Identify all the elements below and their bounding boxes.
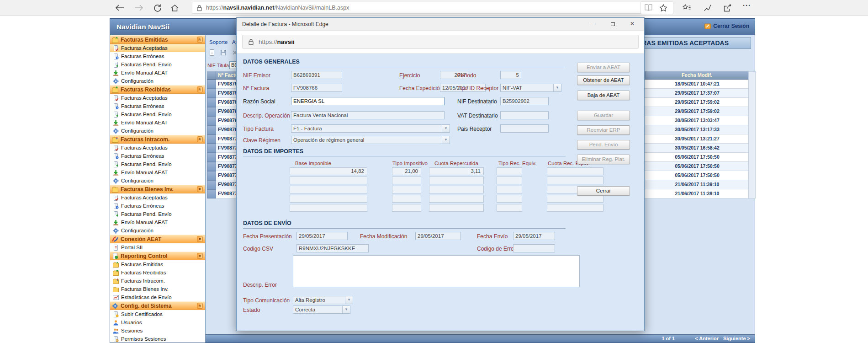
estado-select[interactable]: Correcta <box>293 305 350 314</box>
descrip-error-textarea[interactable] <box>293 255 580 287</box>
sidebar-item-portal-sii[interactable]: Portal SII <box>110 243 205 252</box>
importes-cell-r4-c3[interactable] <box>429 195 484 203</box>
collapse-chevron-icon[interactable]: « <box>197 86 203 92</box>
row-selector[interactable] <box>207 153 216 162</box>
pager-prev-button[interactable]: < Anterior <box>695 336 719 341</box>
row-selector[interactable] <box>207 134 216 144</box>
sidebar-item-facturas-emitidas[interactable]: Facturas Emitidas <box>110 260 205 268</box>
sidebar-item-facturas-bienes-inv[interactable]: Facturas Bienes Inv. <box>110 285 205 293</box>
sidebar-item-configuracion[interactable]: Configuración <box>110 226 205 235</box>
new-document-icon[interactable] <box>208 49 217 57</box>
importes-cell-r1-c1[interactable]: 14,82 <box>290 167 367 175</box>
sidebar-item-facturas-erroneas[interactable]: Facturas Erróneas <box>110 52 205 60</box>
row-selector[interactable] <box>207 171 216 180</box>
sidebar-group-conexion-aeat[interactable]: Conexión AEAT« <box>110 235 205 243</box>
grid-cell-fecha-modif[interactable]: 29/05/2017 17:37:07 <box>646 89 748 98</box>
favorite-star-icon[interactable] <box>659 4 667 12</box>
sidebar-group-facturas-recibidas[interactable]: Facturas Recibidas« <box>110 85 205 94</box>
collapse-chevron-icon[interactable]: « <box>197 253 203 259</box>
sidebar-item-envio-manual-aeat[interactable]: Envío Manual AEAT <box>110 118 205 127</box>
grid-cell-fecha-modif[interactable]: 18/05/2017 10:47:21 <box>646 80 748 89</box>
favorites-hub-icon[interactable] <box>683 4 691 11</box>
importes-cell-r3-c4[interactable] <box>497 186 522 193</box>
importes-cell-r2-c3[interactable] <box>429 177 484 184</box>
sidebar-item-envio-manual-aeat[interactable]: Envío Manual AEAT <box>110 218 205 226</box>
row-selector[interactable] <box>207 116 216 125</box>
num-factura-field[interactable]: FV908766 <box>291 84 342 92</box>
grid-cell-fecha-modif[interactable]: 05/06/2017 17:50:50 <box>646 171 748 180</box>
grid-cell-fecha-modif[interactable]: 21/06/2017 11:39:10 <box>646 189 748 198</box>
importes-cell-r5-c2[interactable] <box>392 204 421 212</box>
reenviar-erp-button[interactable]: Reenviar ERP <box>577 125 630 135</box>
importes-cell-r1-c4[interactable] <box>497 167 522 175</box>
close-icon[interactable]: × <box>625 18 640 31</box>
pager-next-button[interactable]: Siguiente > <box>723 336 750 341</box>
forward-icon[interactable] <box>132 3 145 12</box>
share-icon[interactable] <box>724 4 732 12</box>
sidebar-group-facturas-emitidas[interactable]: Facturas Emitidas« <box>110 35 205 44</box>
sidebar-item-facturas-aceptadas[interactable]: Facturas Aceptadas <box>110 144 205 152</box>
grid-cell-fecha-modif[interactable]: 05/06/2017 17:50:50 <box>646 162 748 171</box>
sidebar-item-facturas-intracom[interactable]: Facturas Intracom. <box>110 277 205 285</box>
importes-cell-r4-c4[interactable] <box>497 195 522 203</box>
collapse-chevron-icon[interactable]: « <box>197 37 203 43</box>
sidebar-item-envio-manual-aeat[interactable]: Envío Manual AEAT <box>110 168 205 177</box>
cerrar-button[interactable]: Cerrar <box>577 186 630 196</box>
sidebar-item-envio-manual-aeat[interactable]: Envío Manual AEAT <box>110 69 205 77</box>
save-icon[interactable] <box>220 49 229 57</box>
sidebar-group-facturas-intracom[interactable]: Facturas Intracom.« <box>110 135 205 144</box>
fecha-modificacion-field[interactable]: 29/05/2017 <box>415 232 461 240</box>
row-selector[interactable] <box>207 162 216 171</box>
importes-cell-r2-c1[interactable] <box>290 177 367 184</box>
sidebar-group-reporting-control[interactable]: Reporting Control« <box>110 252 205 260</box>
dialog-titlebar[interactable]: Detalle de Factura - Microsoft Edge – × <box>237 18 644 31</box>
sidebar-item-facturas-aceptadas[interactable]: Facturas Aceptadas <box>110 94 205 102</box>
logout-button[interactable]: Cerrar Sesión <box>704 23 749 29</box>
enviar-a-aeat-button[interactable]: Enviar a AEAT <box>577 63 630 72</box>
collapse-chevron-icon[interactable]: « <box>197 186 203 192</box>
codigo-csv-field[interactable]: R9NMXU2NJFGKSKKE <box>296 244 369 252</box>
grid-cell-fecha-modif[interactable]: 29/05/2017 17:59:02 <box>646 98 748 107</box>
pend-envio-button[interactable]: Pend. Envío <box>577 140 630 150</box>
grid-cell-fecha-modif[interactable]: 21/06/2017 11:39:10 <box>646 180 748 189</box>
importes-cell-r1-c3[interactable]: 3,11 <box>429 167 484 175</box>
row-selector[interactable] <box>207 189 216 198</box>
importes-cell-r5-c1[interactable] <box>290 204 367 212</box>
grid-cell-fecha-modif[interactable]: 05/06/2017 17:50:50 <box>646 153 748 162</box>
web-note-icon[interactable] <box>704 4 712 11</box>
refresh-icon[interactable] <box>151 3 164 12</box>
sidebar-item-estadisticas-de-envio[interactable]: Estadísticas de Envío <box>110 293 205 301</box>
grid-cell-fecha-modif[interactable]: 30/05/2017 13:21:27 <box>646 134 748 144</box>
grid-cell-fecha-modif[interactable]: 30/05/2017 16:58:42 <box>646 144 748 153</box>
sidebar-item-configuracion[interactable]: Configuración <box>110 177 205 185</box>
sidebar-item-configuracion[interactable]: Configuración <box>110 127 205 135</box>
grid-cell-fecha-modif[interactable]: 29/05/2017 17:59:02 <box>646 107 748 116</box>
more-options-icon[interactable]: ··· <box>743 1 751 9</box>
importes-cell-r3-c2[interactable] <box>392 186 421 193</box>
importes-cell-r5-c4[interactable] <box>497 204 522 212</box>
sidebar-item-facturas-erroneas[interactable]: Facturas Erróneas <box>110 152 205 160</box>
grid-cell-fecha-modif[interactable]: 30/05/2017 13:03:47 <box>646 116 748 125</box>
importes-cell-r3-c3[interactable] <box>429 186 484 193</box>
collapse-chevron-icon[interactable]: « <box>197 136 203 142</box>
grid-header-fecha-modif[interactable]: Fecha Modif. <box>646 71 748 80</box>
sidebar-item-facturas-pend-envio[interactable]: Facturas Pend. Envío <box>110 160 205 168</box>
tipo-id-receptor-select[interactable]: NIF-VAT <box>500 84 561 92</box>
sidebar-item-facturas-pend-envio[interactable]: Facturas Pend. Envío <box>110 210 205 218</box>
row-selector[interactable] <box>207 125 216 134</box>
importes-cell-r5-c3[interactable] <box>429 204 484 212</box>
importes-cell-r4-c1[interactable] <box>290 195 367 203</box>
collapse-chevron-icon[interactable]: « <box>197 303 203 309</box>
home-icon[interactable] <box>168 3 181 12</box>
tipo-comunicacion-select[interactable]: Alta Registro <box>293 296 353 304</box>
menu-soporte[interactable]: Soporte <box>209 39 228 45</box>
reading-view-icon[interactable] <box>644 4 653 12</box>
address-bar[interactable]: https://navsii.navidian.net/NavidianNavS… <box>192 2 645 14</box>
sidebar-item-facturas-aceptadas[interactable]: Facturas Aceptadas <box>110 44 205 52</box>
row-selector[interactable] <box>207 98 216 107</box>
tipo-factura-select[interactable]: F1 - Factura <box>291 124 450 133</box>
importes-cell-r2-c4[interactable] <box>497 177 522 184</box>
guardar-button[interactable]: Guardar <box>577 111 630 120</box>
sidebar-item-facturas-pend-envio[interactable]: Facturas Pend. Envío <box>110 110 205 118</box>
back-icon[interactable] <box>113 3 126 12</box>
